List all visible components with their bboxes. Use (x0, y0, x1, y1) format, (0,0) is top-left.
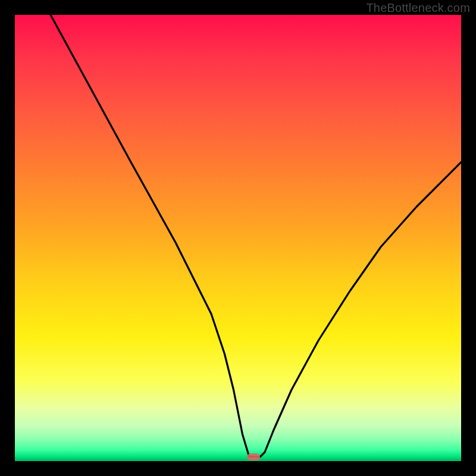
bottleneck-curve (15, 15, 461, 461)
watermark-text: TheBottleneck.com (366, 1, 470, 15)
curve-path (51, 15, 461, 457)
chart-frame: TheBottleneck.com (0, 0, 476, 476)
plot-area (15, 15, 461, 461)
minimum-marker (247, 453, 260, 461)
